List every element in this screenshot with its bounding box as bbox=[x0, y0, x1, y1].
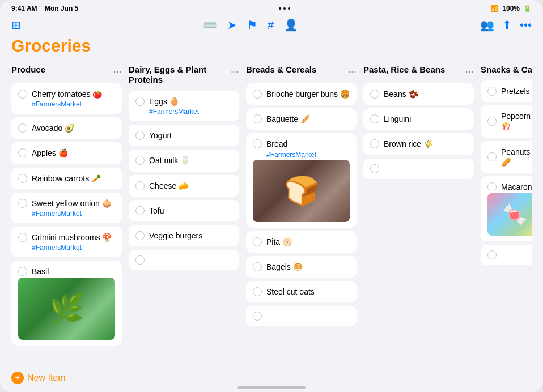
share-icon[interactable]: ⬆ bbox=[502, 18, 512, 32]
item-checkbox[interactable] bbox=[135, 156, 145, 165]
item-checkbox[interactable] bbox=[370, 139, 379, 148]
list-item: Tofu bbox=[129, 200, 239, 221]
item-row: Popcorn 🍿 bbox=[487, 111, 532, 131]
toolbar-right: 👥 ⬆ ••• bbox=[480, 18, 532, 32]
add-item-row-pasta[interactable] bbox=[363, 159, 474, 179]
device-frame: 9:41 AM Mon Jun 5 📶 100% 🔋 ⊞ ⌨️ ➤ ⚑ # 👤 … bbox=[0, 0, 543, 392]
basil-image bbox=[18, 278, 115, 340]
status-center bbox=[279, 7, 290, 10]
item-checkbox[interactable] bbox=[487, 87, 497, 96]
keyboard-icon[interactable]: ⌨️ bbox=[203, 18, 217, 32]
new-item-button[interactable]: + New Item bbox=[11, 372, 66, 384]
item-text: Brown rice 🌾 bbox=[384, 139, 433, 149]
person-icon[interactable]: 👤 bbox=[284, 18, 298, 32]
item-row: Brown rice 🌾 bbox=[370, 139, 467, 149]
list-item: Peanuts 🥜 bbox=[481, 141, 532, 173]
item-row: Veggie burgers bbox=[135, 231, 232, 241]
item-row: Beans 🫘 bbox=[370, 89, 467, 99]
overflow-menu-icon[interactable]: ••• bbox=[520, 19, 532, 32]
item-checkbox[interactable] bbox=[370, 90, 379, 99]
toolbar: ⊞ ⌨️ ➤ ⚑ # 👤 👥 ⬆ ••• bbox=[0, 15, 543, 36]
add-checkbox bbox=[487, 250, 497, 259]
column-more-dairy[interactable]: ··· bbox=[231, 66, 239, 78]
item-checkbox[interactable] bbox=[487, 117, 497, 126]
hash-icon[interactable]: # bbox=[268, 19, 274, 32]
item-checkbox[interactable] bbox=[253, 237, 262, 246]
item-checkbox[interactable] bbox=[253, 139, 262, 148]
column-more-produce[interactable]: ··· bbox=[113, 66, 122, 78]
item-text: Baguette 🥖 bbox=[266, 114, 310, 124]
column-produce: Produce ··· Cherry tomatoes 🍅 #FarmersMa… bbox=[11, 65, 122, 370]
item-checkbox[interactable] bbox=[135, 131, 145, 140]
people-icon[interactable]: 👥 bbox=[480, 18, 494, 32]
item-checkbox[interactable] bbox=[487, 152, 497, 161]
item-checkbox[interactable] bbox=[135, 181, 145, 190]
add-item-row-snacks[interactable] bbox=[481, 245, 532, 265]
item-text: Bagels 🥯 bbox=[266, 262, 303, 272]
item-checkbox[interactable] bbox=[18, 233, 27, 242]
item-row: Sweet yellow onion 🧅 bbox=[18, 198, 115, 208]
item-tag[interactable]: #FarmersMarket bbox=[149, 108, 232, 116]
item-checkbox[interactable] bbox=[135, 97, 145, 106]
list-item: Popcorn 🍿 bbox=[481, 105, 532, 137]
item-row: Yogurt bbox=[135, 130, 232, 140]
main-content: Groceries Produce ··· Cherry tomatoes 🍅 … bbox=[0, 36, 543, 370]
column-title-breads: Breads & Cereals bbox=[246, 65, 316, 75]
navigation-icon[interactable]: ➤ bbox=[227, 18, 237, 32]
item-text: Steel cut oats bbox=[266, 287, 315, 297]
toolbar-left: ⊞ bbox=[11, 18, 21, 32]
item-checkbox[interactable] bbox=[370, 114, 379, 123]
item-tag[interactable]: #FarmersMarket bbox=[32, 244, 115, 252]
item-text: Veggie burgers bbox=[149, 231, 202, 241]
list-item: Cherry tomatoes 🍅 #FarmersMarket bbox=[11, 83, 122, 114]
item-checkbox[interactable] bbox=[253, 262, 262, 271]
item-checkbox[interactable] bbox=[135, 231, 145, 240]
add-item-row-dairy[interactable] bbox=[129, 250, 239, 270]
toolbar-center: ⌨️ ➤ ⚑ # 👤 bbox=[203, 18, 298, 32]
item-text: Oat milk 🥛 bbox=[149, 155, 190, 165]
item-checkbox[interactable] bbox=[18, 199, 27, 208]
item-checkbox[interactable] bbox=[253, 114, 262, 123]
item-checkbox[interactable] bbox=[18, 148, 27, 157]
item-checkbox[interactable] bbox=[18, 174, 27, 183]
item-checkbox[interactable] bbox=[18, 90, 27, 99]
item-checkbox[interactable] bbox=[18, 267, 27, 276]
item-row: Basil bbox=[18, 266, 115, 276]
item-tag[interactable]: #FarmersMarket bbox=[32, 100, 115, 108]
bread-image bbox=[253, 160, 350, 222]
column-header-produce: Produce ··· bbox=[11, 65, 122, 78]
item-checkbox[interactable] bbox=[18, 123, 27, 133]
column-title-produce: Produce bbox=[11, 65, 45, 75]
column-breads: Breads & Cereals ··· Brioche burger buns… bbox=[246, 65, 357, 370]
column-header-breads: Breads & Cereals ··· bbox=[246, 65, 357, 78]
add-item-row-breads[interactable] bbox=[246, 306, 357, 326]
list-item: Oat milk 🥛 bbox=[129, 150, 239, 171]
item-row: Tofu bbox=[135, 206, 232, 216]
item-text: Linguini bbox=[384, 114, 411, 124]
list-item: Apples 🍎 bbox=[11, 142, 122, 164]
item-checkbox[interactable] bbox=[253, 287, 262, 296]
item-checkbox[interactable] bbox=[487, 182, 497, 191]
dot-1 bbox=[279, 7, 281, 10]
item-text: Eggs 🥚 bbox=[149, 96, 179, 106]
flag-icon[interactable]: ⚑ bbox=[247, 18, 257, 32]
item-checkbox[interactable] bbox=[253, 90, 262, 99]
column-more-pasta[interactable]: ··· bbox=[465, 66, 474, 78]
item-tag[interactable]: #FarmersMarket bbox=[32, 210, 115, 218]
add-checkbox bbox=[135, 255, 145, 265]
sidebar-toggle-icon[interactable]: ⊞ bbox=[11, 18, 21, 32]
list-item: Steel cut oats bbox=[246, 281, 357, 302]
item-row: Macarons bbox=[487, 182, 532, 192]
item-tag[interactable]: #FarmersMarket bbox=[266, 151, 350, 159]
column-more-breads[interactable]: ··· bbox=[348, 66, 357, 78]
page-title: Groceries bbox=[11, 36, 532, 56]
dot-3 bbox=[288, 7, 290, 10]
status-right: 📶 100% 🔋 bbox=[490, 5, 532, 12]
item-checkbox[interactable] bbox=[135, 206, 145, 215]
item-text: Avocado 🥑 bbox=[32, 123, 74, 133]
new-item-label: New Item bbox=[27, 373, 66, 383]
wifi-icon: 📶 bbox=[490, 5, 499, 12]
list-item: Basil bbox=[11, 261, 122, 346]
battery-text: 100% bbox=[502, 5, 520, 12]
list-item: Avocado 🥑 bbox=[11, 117, 122, 139]
